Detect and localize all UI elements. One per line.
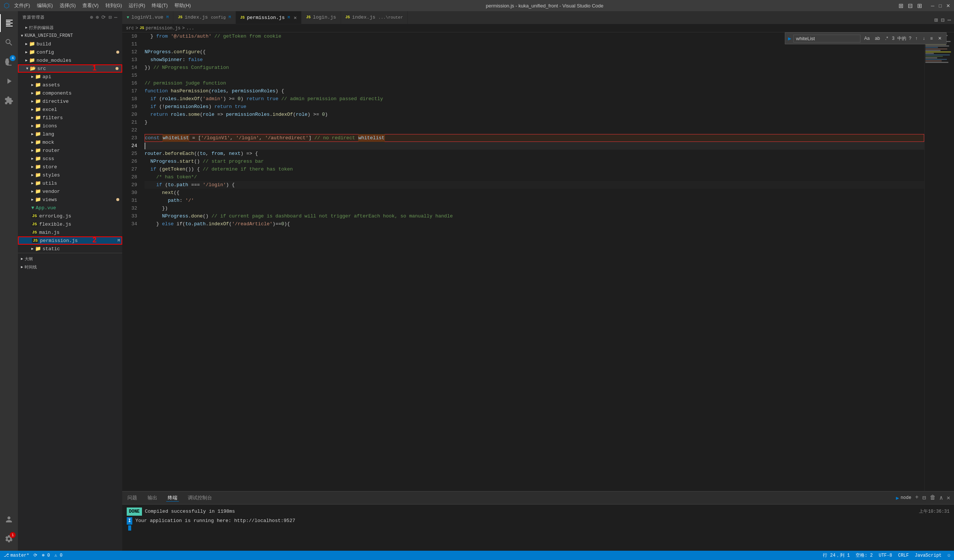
folder-components[interactable]: ▶ 📁 components — [18, 89, 122, 97]
activity-source-control[interactable]: 4 — [0, 53, 18, 71]
folder-directive[interactable]: ▶ 📁 directive — [18, 97, 122, 105]
menu-select[interactable]: 选择(S) — [60, 2, 76, 9]
cursor-position[interactable]: 行 24，列 1 — [823, 552, 850, 558]
maximize-terminal-icon[interactable]: ∧ — [940, 494, 943, 502]
folder-filters[interactable]: ▶ 📁 filters — [18, 114, 122, 122]
close-btn[interactable]: ✕ — [946, 3, 950, 9]
folder-styles[interactable]: ▶ 📁 styles — [18, 171, 122, 179]
folder-api[interactable]: ▶ 📁 api — [18, 73, 122, 81]
close-terminal-icon[interactable]: ✕ — [946, 494, 950, 502]
collapse-icon[interactable]: ⊟ — [108, 14, 112, 20]
tab-debug-console[interactable]: 调试控制台 — [186, 495, 214, 501]
folder-router[interactable]: ▶ 📁 router — [18, 146, 122, 154]
activity-avatar[interactable] — [0, 510, 18, 528]
menu-terminal[interactable]: 终端(T) — [152, 2, 168, 9]
grid-icon[interactable]: ⊞ — [917, 2, 922, 9]
folder-excel[interactable]: ▶ 📁 excel — [18, 105, 122, 114]
refresh-icon[interactable]: ⟳ — [101, 14, 106, 20]
tab-index-config[interactable]: JS index.js config M — [173, 11, 235, 24]
folder-src[interactable]: ▼ 📂 src — [18, 64, 122, 73]
activity-settings[interactable]: 1 — [0, 530, 18, 548]
tab-output[interactable]: 输出 — [146, 495, 159, 501]
more-actions-icon[interactable]: ⋯ — [947, 16, 951, 24]
search-expand-icon[interactable]: ▶ — [788, 35, 791, 42]
activity-extensions[interactable] — [0, 92, 18, 109]
editor-actions[interactable]: ⊞ ⊟ ⋯ — [934, 16, 954, 24]
search-regex[interactable]: .* — [884, 35, 890, 42]
tab-terminal[interactable]: 终端 — [166, 495, 179, 502]
new-file-icon[interactable]: ⊕ — [90, 14, 93, 20]
encoding[interactable]: UTF-8 — [879, 553, 892, 558]
folder-store[interactable]: ▶ 📁 store — [18, 163, 122, 171]
code-area[interactable]: } from '@/utils/auth' // getToken from c… — [141, 33, 924, 491]
search-bar[interactable]: ▶ Aa ab .* 3 中的 ? ↑ ↓ ≡ ✕ — [785, 33, 946, 44]
tab-loginv1-vue[interactable]: ▼ loginV1.vue M — [122, 11, 173, 24]
sidebar-header-icons[interactable]: ⊕ ⊕ ⟳ ⊟ ⋯ — [90, 14, 118, 20]
language-mode[interactable]: JavaScript — [915, 553, 942, 558]
tab-problems[interactable]: 问题 — [126, 495, 139, 501]
feedback-icon[interactable]: ☺ — [948, 553, 950, 558]
add-terminal-icon[interactable]: + — [915, 494, 918, 502]
search-input[interactable] — [793, 35, 860, 42]
layout-icon[interactable]: ⊞ — [898, 2, 903, 9]
error-count[interactable]: ⊗ 0 — [42, 552, 50, 558]
split-icon[interactable]: ⊟ — [908, 2, 913, 9]
status-left[interactable]: ⎇ master* ⟳ ⊗ 0 ⚠ 0 — [4, 552, 62, 558]
activity-run[interactable] — [0, 72, 18, 90]
folder-scss[interactable]: ▶ 📁 scss — [18, 154, 122, 163]
menu-file[interactable]: 文件(F) — [14, 2, 30, 9]
split-terminal-icon[interactable]: ⊟ — [922, 494, 926, 502]
folder-views[interactable]: ▶ 📁 views — [18, 196, 122, 204]
layout-toggle-icon[interactable]: ⊞ — [934, 16, 938, 24]
git-branch[interactable]: ⎇ master* — [4, 552, 29, 558]
breadcrumb-more[interactable]: ... — [186, 26, 195, 31]
menu-edit[interactable]: 编辑(E) — [37, 2, 53, 9]
menu-view[interactable]: 查看(V) — [83, 2, 98, 9]
file-app-vue[interactable]: ▼ App.vue — [18, 204, 122, 212]
folder-build[interactable]: ▶ 📁 build — [18, 40, 122, 48]
folder-lang[interactable]: ▶ 📁 lang — [18, 130, 122, 138]
title-bar-controls[interactable]: ⊞ ⊟ ⊞ ─ □ ✕ — [898, 2, 950, 9]
breadcrumb-src[interactable]: src — [126, 26, 134, 31]
folder-utils[interactable]: ▶ 📁 utils — [18, 179, 122, 187]
outline-section[interactable]: ▶ 大纲 — [18, 255, 122, 263]
minimize-btn[interactable]: ─ — [931, 3, 934, 9]
timeline-section[interactable]: ▶ 时间线 — [18, 263, 122, 271]
menu-bar[interactable]: 文件(F) 编辑(E) 选择(S) 查看(V) 转到(G) 运行(R) 终端(T… — [14, 2, 191, 9]
kill-terminal-icon[interactable]: 🗑 — [930, 494, 936, 502]
activity-explorer[interactable] — [0, 14, 18, 32]
search-close[interactable]: ✕ — [937, 35, 943, 42]
folder-vendor[interactable]: ▶ 📁 vendor — [18, 187, 122, 196]
menu-goto[interactable]: 转到(G) — [106, 2, 122, 9]
search-whole-word[interactable]: ab — [873, 35, 881, 42]
open-editors-section[interactable]: ▶ 打开的编辑器 — [18, 23, 122, 32]
folder-config[interactable]: ▶ 📁 config — [18, 48, 122, 56]
line-ending[interactable]: CRLF — [898, 553, 909, 558]
maximize-btn[interactable]: □ — [939, 3, 942, 9]
folder-node-modules[interactable]: ▶ 📁 node_modules — [18, 56, 122, 64]
search-match-case[interactable]: Aa — [863, 35, 871, 42]
file-flexible-js[interactable]: JS flexible.js — [18, 220, 122, 228]
more-icon[interactable]: ⋯ — [114, 14, 118, 20]
breadcrumb-file[interactable]: permission.js — [146, 26, 181, 31]
status-right[interactable]: 行 24，列 1 空格: 2 UTF-8 CRLF JavaScript ☺ — [823, 552, 950, 558]
new-folder-icon[interactable]: ⊕ — [96, 14, 99, 20]
tab-login-js[interactable]: JS login.js — [301, 11, 341, 24]
tab-close-button[interactable]: ✕ — [294, 14, 297, 21]
menu-run[interactable]: 运行(R) — [129, 2, 145, 9]
split-editor-icon[interactable]: ⊟ — [941, 16, 945, 24]
folder-assets[interactable]: ▶ 📁 assets — [18, 81, 122, 89]
terminal-actions[interactable]: ▶ node + ⊟ 🗑 ∧ ✕ — [896, 494, 950, 502]
file-main-js[interactable]: JS main.js — [18, 228, 122, 236]
folder-static[interactable]: ▶ 📁 static — [18, 245, 122, 253]
folder-mock[interactable]: ▶ 📁 mock — [18, 138, 122, 146]
search-list[interactable]: ≡ — [929, 35, 934, 42]
file-permission-js[interactable]: JS permission.js M — [18, 236, 122, 245]
tab-permission-js[interactable]: JS permission.js M ✕ — [236, 11, 302, 24]
file-errorlog-js[interactable]: JS errorLog.js — [18, 212, 122, 220]
menu-help[interactable]: 帮助(H) — [175, 2, 191, 9]
warning-count[interactable]: ⚠ 0 — [55, 552, 62, 558]
folder-icons[interactable]: ▶ 📁 icons — [18, 122, 122, 130]
project-root[interactable]: ▼ KUKA_UNIFIED_FRONT — [18, 32, 122, 40]
activity-search[interactable] — [0, 34, 18, 51]
